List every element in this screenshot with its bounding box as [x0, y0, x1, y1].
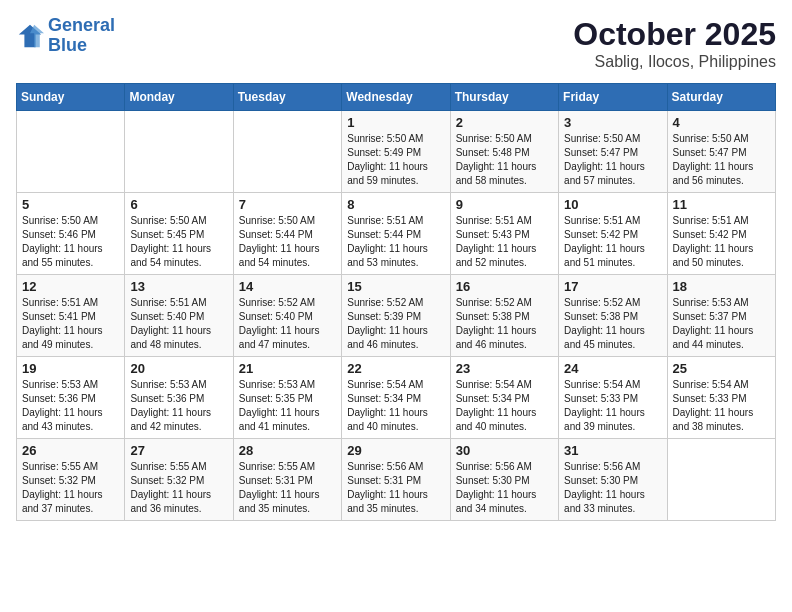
calendar-week-row: 5 Sunrise: 5:50 AM Sunset: 5:46 PM Dayli…: [17, 193, 776, 275]
day-number: 25: [673, 361, 770, 376]
day-number: 21: [239, 361, 336, 376]
day-number: 4: [673, 115, 770, 130]
calendar-table: SundayMondayTuesdayWednesdayThursdayFrid…: [16, 83, 776, 521]
calendar-cell: 5 Sunrise: 5:50 AM Sunset: 5:46 PM Dayli…: [17, 193, 125, 275]
calendar-cell: 1 Sunrise: 5:50 AM Sunset: 5:49 PM Dayli…: [342, 111, 450, 193]
day-number: 2: [456, 115, 553, 130]
day-number: 12: [22, 279, 119, 294]
day-number: 29: [347, 443, 444, 458]
calendar-cell: 15 Sunrise: 5:52 AM Sunset: 5:39 PM Dayl…: [342, 275, 450, 357]
calendar-cell: [125, 111, 233, 193]
day-header-saturday: Saturday: [667, 84, 775, 111]
calendar-cell: 17 Sunrise: 5:52 AM Sunset: 5:38 PM Dayl…: [559, 275, 667, 357]
day-info: Sunrise: 5:55 AM Sunset: 5:31 PM Dayligh…: [239, 460, 336, 516]
calendar-cell: 27 Sunrise: 5:55 AM Sunset: 5:32 PM Dayl…: [125, 439, 233, 521]
day-info: Sunrise: 5:55 AM Sunset: 5:32 PM Dayligh…: [130, 460, 227, 516]
calendar-cell: 14 Sunrise: 5:52 AM Sunset: 5:40 PM Dayl…: [233, 275, 341, 357]
calendar-cell: [17, 111, 125, 193]
day-number: 11: [673, 197, 770, 212]
day-number: 27: [130, 443, 227, 458]
day-info: Sunrise: 5:53 AM Sunset: 5:35 PM Dayligh…: [239, 378, 336, 434]
day-info: Sunrise: 5:56 AM Sunset: 5:30 PM Dayligh…: [456, 460, 553, 516]
day-info: Sunrise: 5:52 AM Sunset: 5:40 PM Dayligh…: [239, 296, 336, 352]
calendar-cell: 4 Sunrise: 5:50 AM Sunset: 5:47 PM Dayli…: [667, 111, 775, 193]
day-number: 16: [456, 279, 553, 294]
calendar-cell: 10 Sunrise: 5:51 AM Sunset: 5:42 PM Dayl…: [559, 193, 667, 275]
day-number: 1: [347, 115, 444, 130]
day-header-wednesday: Wednesday: [342, 84, 450, 111]
day-info: Sunrise: 5:52 AM Sunset: 5:38 PM Dayligh…: [456, 296, 553, 352]
day-info: Sunrise: 5:51 AM Sunset: 5:42 PM Dayligh…: [673, 214, 770, 270]
day-header-tuesday: Tuesday: [233, 84, 341, 111]
calendar-week-row: 12 Sunrise: 5:51 AM Sunset: 5:41 PM Dayl…: [17, 275, 776, 357]
day-info: Sunrise: 5:50 AM Sunset: 5:49 PM Dayligh…: [347, 132, 444, 188]
day-info: Sunrise: 5:54 AM Sunset: 5:34 PM Dayligh…: [456, 378, 553, 434]
day-number: 31: [564, 443, 661, 458]
day-number: 15: [347, 279, 444, 294]
day-info: Sunrise: 5:52 AM Sunset: 5:39 PM Dayligh…: [347, 296, 444, 352]
calendar-cell: 20 Sunrise: 5:53 AM Sunset: 5:36 PM Dayl…: [125, 357, 233, 439]
day-info: Sunrise: 5:50 AM Sunset: 5:46 PM Dayligh…: [22, 214, 119, 270]
day-number: 3: [564, 115, 661, 130]
day-info: Sunrise: 5:50 AM Sunset: 5:47 PM Dayligh…: [564, 132, 661, 188]
day-number: 9: [456, 197, 553, 212]
logo-icon: [16, 22, 44, 50]
day-number: 5: [22, 197, 119, 212]
day-number: 19: [22, 361, 119, 376]
day-info: Sunrise: 5:56 AM Sunset: 5:30 PM Dayligh…: [564, 460, 661, 516]
calendar-cell: 16 Sunrise: 5:52 AM Sunset: 5:38 PM Dayl…: [450, 275, 558, 357]
day-number: 18: [673, 279, 770, 294]
day-number: 20: [130, 361, 227, 376]
calendar-cell: 7 Sunrise: 5:50 AM Sunset: 5:44 PM Dayli…: [233, 193, 341, 275]
calendar-cell: 29 Sunrise: 5:56 AM Sunset: 5:31 PM Dayl…: [342, 439, 450, 521]
calendar-cell: 30 Sunrise: 5:56 AM Sunset: 5:30 PM Dayl…: [450, 439, 558, 521]
header: General Blue October 2025 Sablig, Ilocos…: [16, 16, 776, 71]
day-info: Sunrise: 5:52 AM Sunset: 5:38 PM Dayligh…: [564, 296, 661, 352]
day-number: 6: [130, 197, 227, 212]
day-info: Sunrise: 5:50 AM Sunset: 5:48 PM Dayligh…: [456, 132, 553, 188]
day-number: 8: [347, 197, 444, 212]
day-number: 7: [239, 197, 336, 212]
calendar-cell: 2 Sunrise: 5:50 AM Sunset: 5:48 PM Dayli…: [450, 111, 558, 193]
location-title: Sablig, Ilocos, Philippines: [573, 53, 776, 71]
calendar-cell: 25 Sunrise: 5:54 AM Sunset: 5:33 PM Dayl…: [667, 357, 775, 439]
calendar-cell: 28 Sunrise: 5:55 AM Sunset: 5:31 PM Dayl…: [233, 439, 341, 521]
calendar-cell: 8 Sunrise: 5:51 AM Sunset: 5:44 PM Dayli…: [342, 193, 450, 275]
day-number: 28: [239, 443, 336, 458]
title-area: October 2025 Sablig, Ilocos, Philippines: [573, 16, 776, 71]
day-info: Sunrise: 5:53 AM Sunset: 5:36 PM Dayligh…: [130, 378, 227, 434]
days-header-row: SundayMondayTuesdayWednesdayThursdayFrid…: [17, 84, 776, 111]
calendar-cell: 19 Sunrise: 5:53 AM Sunset: 5:36 PM Dayl…: [17, 357, 125, 439]
day-header-thursday: Thursday: [450, 84, 558, 111]
calendar-cell: 6 Sunrise: 5:50 AM Sunset: 5:45 PM Dayli…: [125, 193, 233, 275]
calendar-week-row: 26 Sunrise: 5:55 AM Sunset: 5:32 PM Dayl…: [17, 439, 776, 521]
day-info: Sunrise: 5:51 AM Sunset: 5:42 PM Dayligh…: [564, 214, 661, 270]
calendar-cell: 21 Sunrise: 5:53 AM Sunset: 5:35 PM Dayl…: [233, 357, 341, 439]
calendar-cell: 26 Sunrise: 5:55 AM Sunset: 5:32 PM Dayl…: [17, 439, 125, 521]
month-title: October 2025: [573, 16, 776, 53]
day-number: 10: [564, 197, 661, 212]
calendar-cell: 24 Sunrise: 5:54 AM Sunset: 5:33 PM Dayl…: [559, 357, 667, 439]
logo-line2: Blue: [48, 35, 87, 55]
logo-line1: General: [48, 15, 115, 35]
calendar-cell: 31 Sunrise: 5:56 AM Sunset: 5:30 PM Dayl…: [559, 439, 667, 521]
day-header-sunday: Sunday: [17, 84, 125, 111]
day-number: 22: [347, 361, 444, 376]
day-info: Sunrise: 5:51 AM Sunset: 5:44 PM Dayligh…: [347, 214, 444, 270]
day-info: Sunrise: 5:51 AM Sunset: 5:41 PM Dayligh…: [22, 296, 119, 352]
calendar-week-row: 1 Sunrise: 5:50 AM Sunset: 5:49 PM Dayli…: [17, 111, 776, 193]
day-number: 30: [456, 443, 553, 458]
calendar-cell: [233, 111, 341, 193]
calendar-cell: [667, 439, 775, 521]
day-info: Sunrise: 5:53 AM Sunset: 5:37 PM Dayligh…: [673, 296, 770, 352]
day-info: Sunrise: 5:51 AM Sunset: 5:43 PM Dayligh…: [456, 214, 553, 270]
day-number: 14: [239, 279, 336, 294]
day-info: Sunrise: 5:56 AM Sunset: 5:31 PM Dayligh…: [347, 460, 444, 516]
calendar-cell: 3 Sunrise: 5:50 AM Sunset: 5:47 PM Dayli…: [559, 111, 667, 193]
day-number: 24: [564, 361, 661, 376]
day-number: 26: [22, 443, 119, 458]
day-info: Sunrise: 5:53 AM Sunset: 5:36 PM Dayligh…: [22, 378, 119, 434]
day-info: Sunrise: 5:54 AM Sunset: 5:33 PM Dayligh…: [673, 378, 770, 434]
calendar-cell: 22 Sunrise: 5:54 AM Sunset: 5:34 PM Dayl…: [342, 357, 450, 439]
calendar-cell: 18 Sunrise: 5:53 AM Sunset: 5:37 PM Dayl…: [667, 275, 775, 357]
